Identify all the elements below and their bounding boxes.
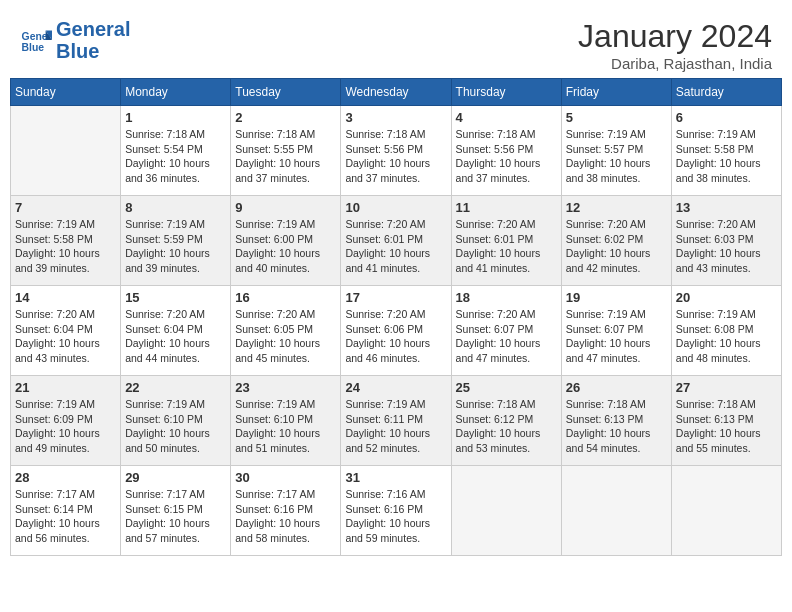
day-number: 21 <box>15 380 116 395</box>
header-sunday: Sunday <box>11 79 121 106</box>
day-info: Sunrise: 7:20 AMSunset: 6:01 PMDaylight:… <box>456 217 557 276</box>
calendar-cell-w1-d6: 13Sunrise: 7:20 AMSunset: 6:03 PMDayligh… <box>671 196 781 286</box>
month-title: January 2024 <box>578 18 772 55</box>
day-info: Sunrise: 7:19 AMSunset: 5:57 PMDaylight:… <box>566 127 667 186</box>
header-tuesday: Tuesday <box>231 79 341 106</box>
day-info: Sunrise: 7:17 AMSunset: 6:15 PMDaylight:… <box>125 487 226 546</box>
calendar-cell-w3-d5: 26Sunrise: 7:18 AMSunset: 6:13 PMDayligh… <box>561 376 671 466</box>
calendar-cell-w0-d5: 5Sunrise: 7:19 AMSunset: 5:57 PMDaylight… <box>561 106 671 196</box>
day-info: Sunrise: 7:19 AMSunset: 6:00 PMDaylight:… <box>235 217 336 276</box>
calendar-week-row-0: 1Sunrise: 7:18 AMSunset: 5:54 PMDaylight… <box>11 106 782 196</box>
day-info: Sunrise: 7:17 AMSunset: 6:16 PMDaylight:… <box>235 487 336 546</box>
header-thursday: Thursday <box>451 79 561 106</box>
calendar-cell-w4-d2: 30Sunrise: 7:17 AMSunset: 6:16 PMDayligh… <box>231 466 341 556</box>
day-number: 24 <box>345 380 446 395</box>
day-info: Sunrise: 7:18 AMSunset: 5:54 PMDaylight:… <box>125 127 226 186</box>
day-info: Sunrise: 7:20 AMSunset: 6:04 PMDaylight:… <box>15 307 116 366</box>
calendar-cell-w0-d4: 4Sunrise: 7:18 AMSunset: 5:56 PMDaylight… <box>451 106 561 196</box>
day-info: Sunrise: 7:19 AMSunset: 5:58 PMDaylight:… <box>15 217 116 276</box>
calendar-cell-w3-d3: 24Sunrise: 7:19 AMSunset: 6:11 PMDayligh… <box>341 376 451 466</box>
svg-text:Blue: Blue <box>22 42 45 53</box>
day-info: Sunrise: 7:18 AMSunset: 6:13 PMDaylight:… <box>566 397 667 456</box>
calendar-cell-w2-d0: 14Sunrise: 7:20 AMSunset: 6:04 PMDayligh… <box>11 286 121 376</box>
day-number: 29 <box>125 470 226 485</box>
calendar-cell-w4-d3: 31Sunrise: 7:16 AMSunset: 6:16 PMDayligh… <box>341 466 451 556</box>
day-info: Sunrise: 7:18 AMSunset: 6:13 PMDaylight:… <box>676 397 777 456</box>
day-number: 27 <box>676 380 777 395</box>
day-info: Sunrise: 7:19 AMSunset: 6:09 PMDaylight:… <box>15 397 116 456</box>
day-info: Sunrise: 7:19 AMSunset: 5:58 PMDaylight:… <box>676 127 777 186</box>
day-number: 9 <box>235 200 336 215</box>
day-info: Sunrise: 7:20 AMSunset: 6:06 PMDaylight:… <box>345 307 446 366</box>
day-number: 15 <box>125 290 226 305</box>
day-number: 13 <box>676 200 777 215</box>
day-number: 30 <box>235 470 336 485</box>
day-info: Sunrise: 7:19 AMSunset: 6:08 PMDaylight:… <box>676 307 777 366</box>
calendar-cell-w1-d1: 8Sunrise: 7:19 AMSunset: 5:59 PMDaylight… <box>121 196 231 286</box>
calendar-cell-w0-d6: 6Sunrise: 7:19 AMSunset: 5:58 PMDaylight… <box>671 106 781 196</box>
title-section: January 2024 Dariba, Rajasthan, India <box>578 18 772 72</box>
calendar-cell-w1-d4: 11Sunrise: 7:20 AMSunset: 6:01 PMDayligh… <box>451 196 561 286</box>
calendar-cell-w4-d0: 28Sunrise: 7:17 AMSunset: 6:14 PMDayligh… <box>11 466 121 556</box>
logo-text: General Blue <box>56 18 130 62</box>
day-number: 17 <box>345 290 446 305</box>
header-wednesday: Wednesday <box>341 79 451 106</box>
day-number: 26 <box>566 380 667 395</box>
calendar-header-row: Sunday Monday Tuesday Wednesday Thursday… <box>11 79 782 106</box>
day-info: Sunrise: 7:20 AMSunset: 6:02 PMDaylight:… <box>566 217 667 276</box>
day-number: 16 <box>235 290 336 305</box>
calendar-cell-w3-d0: 21Sunrise: 7:19 AMSunset: 6:09 PMDayligh… <box>11 376 121 466</box>
day-number: 23 <box>235 380 336 395</box>
day-number: 8 <box>125 200 226 215</box>
logo-general: General <box>56 18 130 40</box>
calendar-cell-w1-d3: 10Sunrise: 7:20 AMSunset: 6:01 PMDayligh… <box>341 196 451 286</box>
calendar-cell-w1-d2: 9Sunrise: 7:19 AMSunset: 6:00 PMDaylight… <box>231 196 341 286</box>
calendar-cell-w3-d6: 27Sunrise: 7:18 AMSunset: 6:13 PMDayligh… <box>671 376 781 466</box>
calendar-week-row-2: 14Sunrise: 7:20 AMSunset: 6:04 PMDayligh… <box>11 286 782 376</box>
day-info: Sunrise: 7:18 AMSunset: 5:55 PMDaylight:… <box>235 127 336 186</box>
location-subtitle: Dariba, Rajasthan, India <box>578 55 772 72</box>
calendar-cell-w4-d6 <box>671 466 781 556</box>
day-number: 3 <box>345 110 446 125</box>
calendar-week-row-3: 21Sunrise: 7:19 AMSunset: 6:09 PMDayligh… <box>11 376 782 466</box>
calendar-cell-w4-d1: 29Sunrise: 7:17 AMSunset: 6:15 PMDayligh… <box>121 466 231 556</box>
calendar-cell-w0-d2: 2Sunrise: 7:18 AMSunset: 5:55 PMDaylight… <box>231 106 341 196</box>
header-friday: Friday <box>561 79 671 106</box>
calendar-cell-w3-d2: 23Sunrise: 7:19 AMSunset: 6:10 PMDayligh… <box>231 376 341 466</box>
calendar-cell-w0-d3: 3Sunrise: 7:18 AMSunset: 5:56 PMDaylight… <box>341 106 451 196</box>
day-info: Sunrise: 7:19 AMSunset: 6:07 PMDaylight:… <box>566 307 667 366</box>
day-info: Sunrise: 7:19 AMSunset: 5:59 PMDaylight:… <box>125 217 226 276</box>
day-number: 10 <box>345 200 446 215</box>
day-number: 4 <box>456 110 557 125</box>
page-header: General Blue General Blue January 2024 D… <box>10 10 782 78</box>
calendar-cell-w0-d0 <box>11 106 121 196</box>
logo: General Blue General Blue <box>20 18 130 62</box>
day-info: Sunrise: 7:20 AMSunset: 6:03 PMDaylight:… <box>676 217 777 276</box>
calendar-cell-w2-d2: 16Sunrise: 7:20 AMSunset: 6:05 PMDayligh… <box>231 286 341 376</box>
day-number: 5 <box>566 110 667 125</box>
day-info: Sunrise: 7:18 AMSunset: 6:12 PMDaylight:… <box>456 397 557 456</box>
day-info: Sunrise: 7:19 AMSunset: 6:10 PMDaylight:… <box>125 397 226 456</box>
day-info: Sunrise: 7:18 AMSunset: 5:56 PMDaylight:… <box>456 127 557 186</box>
day-number: 28 <box>15 470 116 485</box>
day-number: 14 <box>15 290 116 305</box>
calendar-cell-w0-d1: 1Sunrise: 7:18 AMSunset: 5:54 PMDaylight… <box>121 106 231 196</box>
day-info: Sunrise: 7:16 AMSunset: 6:16 PMDaylight:… <box>345 487 446 546</box>
calendar-cell-w3-d1: 22Sunrise: 7:19 AMSunset: 6:10 PMDayligh… <box>121 376 231 466</box>
calendar-cell-w1-d5: 12Sunrise: 7:20 AMSunset: 6:02 PMDayligh… <box>561 196 671 286</box>
day-number: 19 <box>566 290 667 305</box>
calendar-week-row-1: 7Sunrise: 7:19 AMSunset: 5:58 PMDaylight… <box>11 196 782 286</box>
day-number: 7 <box>15 200 116 215</box>
day-number: 2 <box>235 110 336 125</box>
day-info: Sunrise: 7:17 AMSunset: 6:14 PMDaylight:… <box>15 487 116 546</box>
logo-icon: General Blue <box>20 24 52 56</box>
day-number: 25 <box>456 380 557 395</box>
calendar-cell-w3-d4: 25Sunrise: 7:18 AMSunset: 6:12 PMDayligh… <box>451 376 561 466</box>
day-number: 1 <box>125 110 226 125</box>
day-info: Sunrise: 7:19 AMSunset: 6:10 PMDaylight:… <box>235 397 336 456</box>
day-number: 31 <box>345 470 446 485</box>
calendar-table: Sunday Monday Tuesday Wednesday Thursday… <box>10 78 782 556</box>
day-info: Sunrise: 7:20 AMSunset: 6:01 PMDaylight:… <box>345 217 446 276</box>
calendar-cell-w4-d5 <box>561 466 671 556</box>
day-info: Sunrise: 7:19 AMSunset: 6:11 PMDaylight:… <box>345 397 446 456</box>
